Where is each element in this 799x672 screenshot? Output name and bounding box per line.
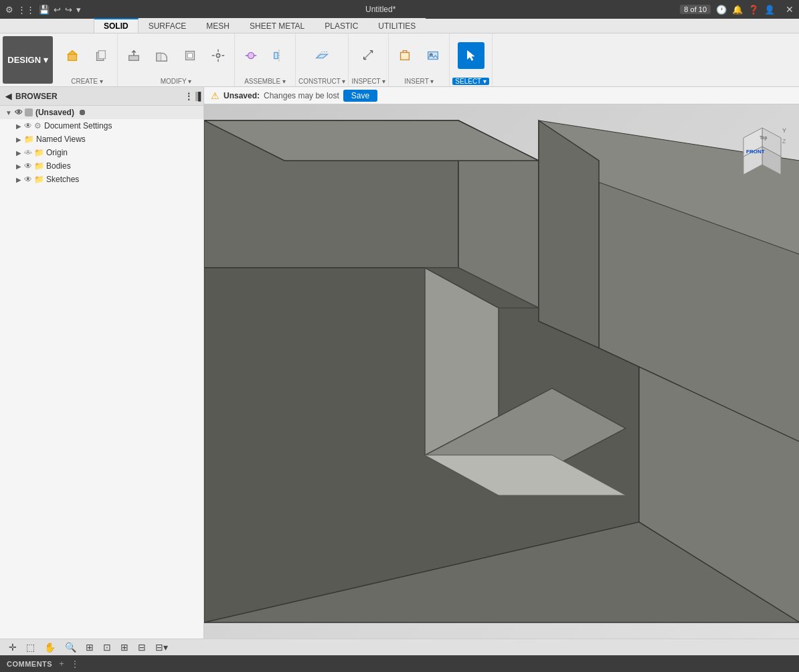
pan-btn[interactable]: ✋ bbox=[42, 642, 58, 653]
insert-mcmaster-tool[interactable] bbox=[391, 42, 418, 69]
shell-tool[interactable] bbox=[177, 42, 203, 69]
press-pull-tool[interactable] bbox=[120, 42, 147, 69]
viewport[interactable]: ⚠ Unsaved: Changes may be lost Save bbox=[204, 87, 799, 639]
select-group: SELECT ▾ bbox=[450, 33, 493, 86]
design-button[interactable]: DESIGN ▾ bbox=[3, 36, 53, 84]
modify-icons bbox=[120, 35, 232, 76]
save-icon[interactable]: 💾 bbox=[39, 5, 50, 15]
svg-rect-11 bbox=[428, 52, 438, 60]
user-icon[interactable]: 👤 bbox=[764, 5, 775, 15]
folder-icon-views: 📁 bbox=[24, 135, 34, 144]
tab-plastic[interactable]: PLASTIC bbox=[315, 18, 368, 33]
app-menu-icon[interactable]: ⚙ bbox=[5, 5, 13, 15]
undo-icon[interactable]: ↩ bbox=[54, 5, 61, 15]
canvas-area[interactable]: Y Z FRONT Top bbox=[204, 104, 799, 639]
visibility-icon-bodies[interactable]: 👁 bbox=[24, 161, 32, 171]
visibility-icon-settings[interactable]: 👁 bbox=[24, 121, 32, 131]
browser-panel: ◀ BROWSER ⋮ ▐ ▼ 👁 (Unsaved) ⏺ ▶ 👁 ⚙ Docu… bbox=[0, 87, 204, 639]
grid-icon[interactable]: ⋮⋮ bbox=[17, 5, 35, 15]
folder-icon-sketches: 📁 bbox=[34, 175, 44, 184]
inspect-label: INSPECT ▾ bbox=[351, 78, 385, 85]
sketches-label: Sketches bbox=[46, 175, 79, 184]
doc-settings-label: Document Settings bbox=[44, 121, 112, 131]
joint-tool[interactable] bbox=[238, 42, 264, 69]
select-tool[interactable] bbox=[458, 42, 484, 69]
construct-group: CONSTRUCT ▾ bbox=[296, 33, 349, 86]
collapse-arrow-bodies: ▶ bbox=[16, 163, 21, 170]
collapse-arrow-sketches: ▶ bbox=[16, 176, 21, 183]
browser-item-sketches[interactable]: ▶ 👁 📁 Sketches bbox=[0, 173, 203, 186]
comments-settings-icon[interactable]: ⋮ bbox=[71, 659, 79, 669]
measure-tool[interactable] bbox=[355, 42, 382, 69]
redo-icon[interactable]: ↪ bbox=[65, 5, 72, 15]
browser-settings-icon[interactable]: ⋮ bbox=[185, 92, 193, 101]
modify-group: MODIFY ▾ bbox=[118, 33, 235, 86]
view-cube[interactable]: Y Z FRONT Top bbox=[735, 124, 789, 178]
svg-rect-5 bbox=[157, 53, 161, 61]
tab-mesh[interactable]: MESH bbox=[196, 18, 240, 33]
origin-label: Origin bbox=[46, 148, 68, 157]
extrude-tool[interactable] bbox=[60, 42, 86, 69]
add-comment-icon[interactable]: ＋ bbox=[58, 658, 66, 669]
view-options-btn[interactable]: ⊡ bbox=[101, 642, 113, 653]
browser-item-bodies[interactable]: ▶ 👁 📁 Bodies bbox=[0, 159, 203, 173]
bell-icon[interactable]: 🔔 bbox=[732, 5, 743, 15]
close-button[interactable]: ✕ bbox=[786, 4, 794, 15]
box-select-btn[interactable]: ⬚ bbox=[24, 642, 37, 653]
inspect-group: INSPECT ▾ bbox=[349, 33, 389, 86]
svg-rect-10 bbox=[401, 52, 410, 60]
visibility-icon-origin[interactable]: 👁 bbox=[24, 148, 32, 157]
insert-image-tool[interactable] bbox=[420, 42, 446, 69]
construct-icons bbox=[308, 35, 335, 76]
construct-label: CONSTRUCT ▾ bbox=[298, 78, 345, 85]
save-button[interactable]: Save bbox=[343, 90, 377, 102]
clock-icon[interactable]: 🕐 bbox=[716, 5, 727, 15]
record-icon[interactable]: ⏺ bbox=[78, 108, 86, 117]
tab-surface[interactable]: SURFACE bbox=[139, 18, 197, 33]
browser-item-doc-settings[interactable]: ▶ 👁 ⚙ Document Settings bbox=[0, 119, 203, 133]
bodies-label: Bodies bbox=[46, 161, 71, 171]
unsaved-message: Changes may be lost bbox=[264, 91, 339, 100]
create-group: CREATE ▾ bbox=[57, 33, 118, 86]
svg-text:Z: Z bbox=[782, 138, 786, 145]
svg-text:FRONT: FRONT bbox=[746, 149, 765, 155]
tab-utilities[interactable]: UTILITIES bbox=[368, 18, 426, 33]
svg-rect-7 bbox=[187, 53, 192, 58]
fillet-tool[interactable] bbox=[149, 42, 175, 69]
browser-resize-handle[interactable]: ▐ bbox=[195, 92, 198, 101]
root-label: (Unsaved) bbox=[35, 108, 74, 117]
titlebar-right: 8 of 10 🕐 🔔 ❓ 👤 ✕ bbox=[680, 4, 794, 15]
insert-label: INSERT ▾ bbox=[404, 78, 434, 85]
zoom-fit-btn[interactable]: ⊞ bbox=[84, 642, 96, 653]
unsaved-bar: ⚠ Unsaved: Changes may be lost Save bbox=[204, 87, 799, 104]
grid-toggle-btn[interactable]: ⊞ bbox=[118, 642, 130, 653]
move-icon-btn[interactable]: ✛ bbox=[7, 642, 19, 653]
zoom-btn[interactable]: 🔍 bbox=[63, 642, 78, 653]
history-icon[interactable]: ▾ bbox=[76, 5, 81, 15]
browser-item-root[interactable]: ▼ 👁 (Unsaved) ⏺ bbox=[0, 106, 203, 119]
tab-sheet-metal[interactable]: SHEET METAL bbox=[240, 18, 315, 33]
svg-text:Y: Y bbox=[782, 127, 786, 134]
modify-label: MODIFY ▾ bbox=[161, 78, 191, 85]
tab-solid[interactable]: SOLID bbox=[94, 18, 139, 33]
3d-model bbox=[204, 104, 799, 639]
comments-label: COMMENTS bbox=[7, 660, 52, 668]
svg-text:Top: Top bbox=[760, 135, 767, 141]
visibility-icon-root[interactable]: 👁 bbox=[15, 108, 23, 117]
offset-plane-tool[interactable] bbox=[308, 42, 335, 69]
browser-item-origin[interactable]: ▶ 👁 📁 Origin bbox=[0, 146, 203, 159]
move-tool[interactable] bbox=[205, 42, 232, 69]
section-analysis-btn[interactable]: ⊟▾ bbox=[153, 642, 170, 653]
collapse-arrow-settings: ▶ bbox=[16, 122, 21, 130]
new-component-tool[interactable] bbox=[88, 42, 114, 69]
main-toolbar: DESIGN ▾ CREATE ▾ bbox=[0, 33, 799, 87]
visibility-icon-sketches[interactable]: 👁 bbox=[24, 175, 32, 184]
help-icon[interactable]: ❓ bbox=[748, 5, 759, 15]
create-label: CREATE ▾ bbox=[71, 78, 103, 85]
mirror-tool[interactable] bbox=[266, 42, 292, 69]
display-options-btn[interactable]: ⊟ bbox=[136, 642, 148, 653]
browser-item-named-views[interactable]: ▶ 📁 Named Views bbox=[0, 133, 203, 146]
collapse-arrow-root: ▼ bbox=[5, 109, 12, 116]
body-icon-root bbox=[25, 108, 33, 116]
browser-collapse-icon[interactable]: ◀ bbox=[5, 92, 11, 101]
